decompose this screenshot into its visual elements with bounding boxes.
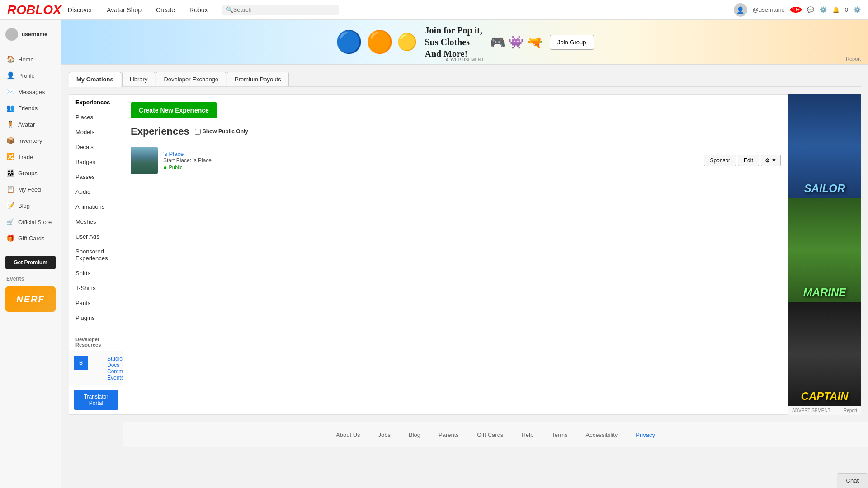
top-navigation: ROBLOX Discover Avatar Shop Create Robux… (0, 0, 868, 20)
left-panel-passes[interactable]: Passes (69, 169, 123, 184)
nav-links: Discover Avatar Shop Create Robux (61, 4, 214, 16)
pop-it-yellow: 🟡 (397, 33, 417, 52)
right-ad-footer: ADVERTISEMENT Report (788, 406, 861, 415)
search-bar[interactable]: 🔍 (222, 5, 339, 15)
left-panel-places[interactable]: Places (69, 110, 123, 125)
create-new-experience-button[interactable]: Create New Experience (131, 102, 217, 118)
left-panel-decals[interactable]: Decals (69, 140, 123, 155)
experience-item: 's Place Start Place: 's Place ● Public … (131, 143, 781, 178)
right-ad-report-label[interactable]: Report (844, 408, 857, 413)
translator-portal-button[interactable]: Translator Portal (74, 390, 118, 410)
sidebar-item-groups[interactable]: 👨‍👩‍👧 Groups (0, 165, 61, 181)
show-public-label[interactable]: Show Public Only (195, 128, 248, 135)
giftcard-icon: 🎁 (6, 234, 14, 242)
footer-giftcards[interactable]: Gift Cards (477, 432, 504, 438)
sidebar-item-avatar[interactable]: 🧍 Avatar (0, 116, 61, 132)
left-panel-pants[interactable]: Pants (69, 296, 123, 310)
report-ad-button[interactable]: Report (846, 56, 861, 61)
blog-icon: 📝 (6, 202, 14, 210)
store-icon: 🛒 (6, 218, 14, 226)
sidebar-username: username (22, 31, 47, 38)
events-nerf-banner[interactable]: NERF (5, 286, 56, 312)
nav-avatar-shop[interactable]: Avatar Shop (100, 4, 148, 16)
advertisement-label: ADVERTISEMENT (446, 57, 484, 62)
left-panel-badges[interactable]: Badges (69, 155, 123, 169)
ad-game-icons: 🎮👾🔫 (490, 35, 542, 50)
left-panel-models[interactable]: Models (69, 125, 123, 140)
join-group-button[interactable]: Join Group (550, 35, 594, 50)
tabs-area: My Creations Library Developer Exchange … (61, 65, 868, 422)
sidebar-item-friends[interactable]: 👥 Friends (0, 100, 61, 116)
right-advertisement: SAILOR MARINE CAPTAIN ADVERTISEMENT Repo… (788, 94, 861, 415)
search-icon: 🔍 (226, 6, 233, 13)
left-panel-experiences[interactable]: Experiences (69, 95, 123, 110)
messages-icon: ✉️ (6, 88, 14, 96)
footer-accessibility[interactable]: Accessibility (586, 432, 618, 438)
sidebar-item-messages-label: Messages (18, 89, 45, 95)
myfeed-icon: 📋 (6, 185, 14, 193)
left-panel-sponsored-experiences[interactable]: Sponsored Experiences (69, 244, 123, 266)
sponsor-button[interactable]: Sponsor (704, 155, 736, 166)
experience-visibility: ● Public (163, 164, 698, 171)
main-tabs: My Creations Library Developer Exchange … (69, 72, 861, 87)
chat-icon[interactable]: 💬 (807, 6, 814, 13)
footer-blog[interactable]: Blog (409, 432, 420, 438)
left-panel-tshirts[interactable]: T-Shirts (69, 281, 123, 296)
nerf-label: NERF (16, 294, 44, 305)
nav-create[interactable]: Create (150, 4, 181, 16)
settings-icon[interactable]: ⚙️ (854, 6, 861, 13)
home-icon: 🏠 (6, 55, 14, 63)
avatar[interactable]: 👤 (734, 3, 747, 17)
left-panel-shirts[interactable]: Shirts (69, 266, 123, 281)
experiences-heading: Experiences Show Public Only (131, 126, 781, 137)
roblox-logo: ROBLOX (7, 3, 61, 17)
tab-my-creations[interactable]: My Creations (69, 72, 121, 87)
experience-settings-button[interactable]: ⚙ ▼ (761, 155, 781, 166)
nav-robux[interactable]: Robux (183, 4, 214, 16)
gear-icon[interactable]: ⚙️ (820, 6, 827, 13)
search-input[interactable] (233, 6, 335, 13)
notifications-icon[interactable]: 🔔 (832, 6, 840, 13)
sidebar-item-profile[interactable]: 👤 Profile (0, 67, 61, 84)
two-column-layout: Experiences Places Models Decals Badges … (69, 94, 861, 415)
events-label: Events (0, 273, 61, 285)
show-public-checkbox[interactable] (195, 129, 201, 135)
left-panel-plugins[interactable]: Plugins (69, 310, 123, 325)
sidebar-item-myfeed[interactable]: 📋 My Feed (0, 181, 61, 197)
chat-button[interactable]: Chat (837, 473, 868, 488)
sidebar-item-inventory[interactable]: 📦 Inventory (0, 132, 61, 149)
studio-icon: S (74, 356, 88, 370)
left-panel-user-ads[interactable]: User Ads (69, 229, 123, 244)
sidebar-item-trade-label: Trade (18, 154, 33, 160)
sidebar-item-groups-label: Groups (18, 170, 38, 177)
footer-parents[interactable]: Parents (439, 432, 459, 438)
sidebar-item-officialstore[interactable]: 🛒 Official Store (0, 214, 61, 230)
nav-discover[interactable]: Discover (61, 4, 99, 16)
get-premium-button[interactable]: Get Premium (5, 256, 56, 269)
dev-resources-title: Developer Resources (69, 333, 123, 351)
sidebar-item-officialstore-label: Official Store (18, 219, 52, 225)
experience-name[interactable]: 's Place (163, 150, 698, 157)
profile-icon: 👤 (6, 71, 14, 80)
footer-privacy[interactable]: Privacy (636, 432, 655, 438)
footer-about[interactable]: About Us (336, 432, 360, 438)
sidebar-item-inventory-label: Inventory (18, 137, 42, 144)
sidebar-item-blog-label: Blog (18, 202, 30, 209)
left-panel-animations[interactable]: Animations (69, 199, 123, 214)
sidebar-item-home[interactable]: 🏠 Home (0, 51, 61, 67)
left-panel-audio[interactable]: Audio (69, 184, 123, 199)
sidebar-item-blog[interactable]: 📝 Blog (0, 197, 61, 214)
sidebar-item-trade[interactable]: 🔀 Trade (0, 149, 61, 165)
sidebar-avatar-icon (5, 28, 18, 41)
sidebar-item-giftcards[interactable]: 🎁 Gift Cards (0, 230, 61, 246)
username-display: @username (753, 6, 785, 13)
edit-button[interactable]: Edit (738, 155, 759, 166)
footer-jobs[interactable]: Jobs (378, 432, 391, 438)
tab-library[interactable]: Library (122, 72, 156, 86)
footer-help[interactable]: Help (521, 432, 533, 438)
tab-premium-payouts[interactable]: Premium Payouts (227, 72, 289, 86)
tab-developer-exchange[interactable]: Developer Exchange (156, 72, 226, 86)
sidebar-item-messages[interactable]: ✉️ Messages (0, 84, 61, 100)
left-panel-meshes[interactable]: Meshes (69, 214, 123, 229)
footer-terms[interactable]: Terms (552, 432, 567, 438)
